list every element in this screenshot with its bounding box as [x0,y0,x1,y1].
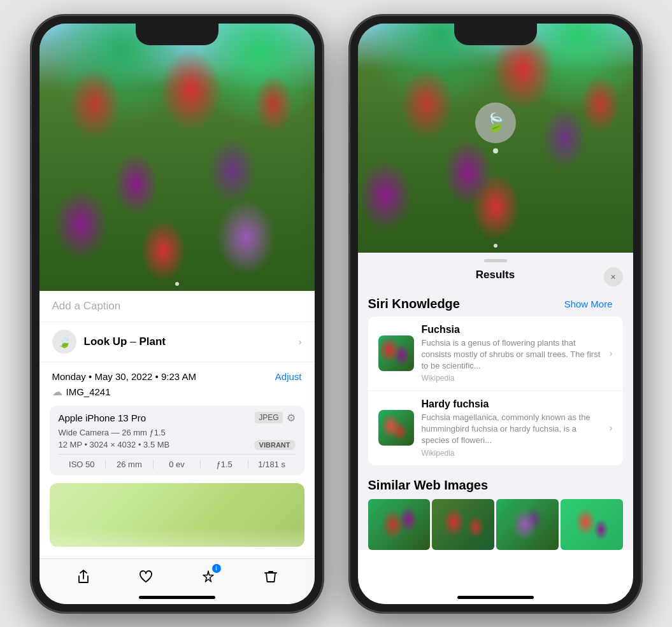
camera-detail: Wide Camera — 26 mm ƒ1.5 [59,428,296,437]
photo-page-indicator [175,282,179,286]
exif-aperture: ƒ1.5 [201,460,248,469]
date-row: Monday • May 30, 2022 • 9:23 AM Adjust [39,362,315,384]
exif-ev: 0 ev [154,460,201,469]
gear-icon[interactable]: ⚙ [287,412,296,424]
fuchsia-text: Fuchsia Fuchsia is a genus of flowering … [422,324,602,383]
right-volume-down-button[interactable] [349,193,350,234]
info-area: Add a Caption 🍃 Look Up – Plant › Monday… [39,291,315,547]
look-up-row[interactable]: 🍃 Look Up – Plant › [39,322,315,362]
exif-iso: ISO 50 [59,460,106,469]
adjust-button[interactable]: Adjust [275,371,302,382]
volume-down-button[interactable] [31,193,31,234]
similar-image-2[interactable] [432,499,494,550]
look-up-label: Look Up – Plant [84,335,166,348]
fuchsia-chevron-icon: › [610,348,613,358]
hardy-fuchsia-text: Hardy fuchsia Fuchsia magellanica, commo… [422,398,602,458]
left-phone: Add a Caption 🍃 Look Up – Plant › Monday… [31,15,324,613]
results-title: Results [476,269,515,281]
hardy-fuchsia-source: Wikipedia [422,449,602,458]
camera-model: Apple iPhone 13 Pro [59,412,147,423]
look-up-icon: 🍃 [52,330,76,354]
fuchsia-thumbnail [378,335,414,371]
right-power-button[interactable] [641,129,642,174]
cloud-icon: ☁ [52,386,62,398]
siri-icon: 🍃 [475,102,516,143]
share-icon [76,570,90,584]
mute-button[interactable] [31,104,31,129]
fuchsia-source: Wikipedia [422,374,602,383]
share-button[interactable] [69,563,97,591]
handle-bar [484,259,507,262]
resolution-text: 12 MP • 3024 × 4032 • 3.5 MB [59,440,170,449]
right-photo-display: 🍃 [358,24,633,253]
similar-images-title: Similar Web Images [358,478,633,493]
knowledge-item-hardy-fuchsia[interactable]: Hardy fuchsia Fuchsia magellanica, commo… [368,391,623,465]
date-text: Monday • May 30, 2022 • 9:23 AM [52,371,196,382]
knowledge-item-fuchsia[interactable]: Fuchsia Fuchsia is a genus of flowering … [368,316,623,391]
trash-icon [264,570,277,584]
delete-button[interactable] [257,563,285,591]
photo-display[interactable] [39,24,315,291]
siri-knowledge-header: Siri Knowledge Show More [368,289,623,316]
results-close-button[interactable]: × [604,267,623,286]
camera-badges: JPEG ⚙ [255,412,295,424]
left-screen: Add a Caption 🍃 Look Up – Plant › Monday… [39,24,315,604]
right-screen: 🍃 Results × Siri Knowledge Show More [358,24,633,604]
jpeg-badge: JPEG [255,412,282,423]
resolution-row: 12 MP • 3024 × 4032 • 3.5 MB VIBRANT [59,440,296,450]
map-preview[interactable] [50,483,304,547]
similar-image-4[interactable] [561,499,623,550]
favorite-button[interactable] [132,563,160,591]
results-header: Results × [358,265,633,289]
hardy-fuchsia-thumbnail [378,410,414,446]
results-sheet: Results × Siri Knowledge Show More Fuchs… [358,253,633,550]
exif-focal: 26 mm [106,460,154,469]
similar-image-3[interactable] [496,499,559,550]
home-indicator [139,596,215,599]
fuchsia-desc: Fuchsia is a genus of flowering plants t… [422,337,602,372]
info-badge: i [212,564,221,573]
similar-web-images-section: Similar Web Images [358,478,633,550]
caption-row: Add a Caption [39,291,315,322]
power-button[interactable] [323,129,324,174]
heart-icon [139,570,153,584]
notch [136,24,218,45]
flower-photo [39,24,315,291]
sheet-handle[interactable] [358,253,633,265]
similar-images-grid [358,499,633,550]
filename-text: IMG_4241 [66,386,111,397]
right-notch [454,24,537,45]
right-photo-page-indicator [494,244,497,248]
exif-row: ISO 50 26 mm 0 ev ƒ1.5 1/181 s [59,454,296,469]
sparkle-icon [201,570,215,584]
siri-knowledge-section: Fuchsia Fuchsia is a genus of flowering … [368,316,623,465]
look-up-chevron-icon: › [299,337,302,347]
siri-overlay: 🍃 [475,102,516,153]
camera-info-box: Apple iPhone 13 Pro JPEG ⚙ Wide Camera —… [50,405,304,476]
info-button[interactable]: i [194,563,222,591]
siri-dot [493,148,498,153]
camera-model-row: Apple iPhone 13 Pro JPEG ⚙ [59,412,296,424]
right-phone: 🍃 Results × Siri Knowledge Show More [349,15,642,613]
hardy-fuchsia-chevron-icon: › [610,423,613,433]
fuchsia-name: Fuchsia [422,324,602,335]
vibrant-badge: VIBRANT [254,440,296,450]
show-more-button[interactable]: Show More [564,299,613,309]
hardy-fuchsia-name: Hardy fuchsia [422,398,602,410]
caption-placeholder[interactable]: Add a Caption [52,300,121,312]
siri-knowledge-title: Siri Knowledge [368,297,460,311]
right-home-indicator [457,596,534,599]
volume-up-button[interactable] [31,142,31,183]
filename-row: ☁ IMG_4241 [39,384,315,405]
right-mute-button[interactable] [349,104,350,129]
hardy-fuchsia-desc: Fuchsia magellanica, commonly known as t… [422,412,602,447]
exif-shutter: 1/181 s [248,460,296,469]
similar-image-1[interactable] [368,499,431,550]
right-volume-up-button[interactable] [349,142,350,183]
